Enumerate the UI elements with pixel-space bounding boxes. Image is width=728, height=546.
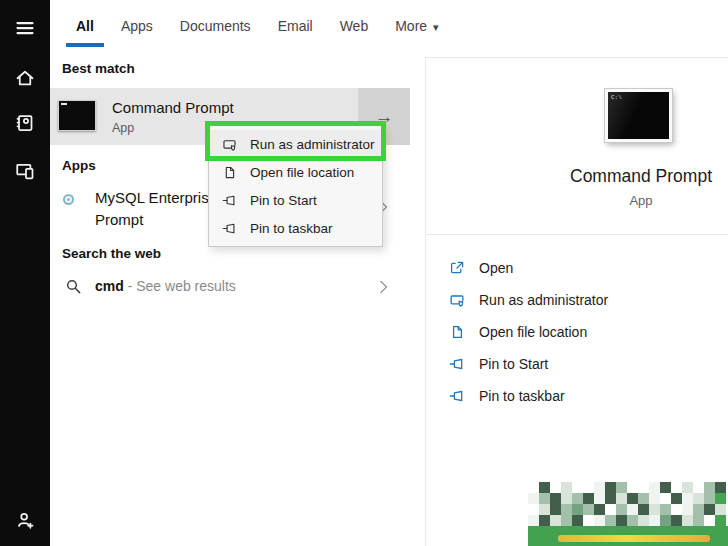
watermark-band [528,526,728,546]
tab-web[interactable]: Web [340,18,369,55]
web-search-label: cmd - See web results [95,278,236,294]
pixelated-watermark [528,482,728,546]
pin-icon [222,221,237,236]
menu-item-label: Open file location [250,165,354,180]
action-open-file-location[interactable]: Open file location [449,316,587,348]
web-suffix: - See web results [128,278,236,294]
action-pin-to-start[interactable]: Pin to Start [449,348,548,380]
menu-item-label: Run as administrator [250,137,375,152]
action-pin-to-taskbar[interactable]: Pin to taskbar [449,380,565,412]
file-location-icon [222,165,237,180]
prompt-glyph: C:\ [611,94,622,101]
hamburger-menu-icon[interactable] [15,18,35,38]
journal-icon[interactable] [15,113,35,133]
tab-documents[interactable]: Documents [180,18,251,55]
context-menu: Run as administrator Open file location … [208,125,383,247]
preview-app-title: Command Prompt [426,166,728,187]
action-run-as-administrator[interactable]: Run as administrator [449,284,608,316]
menu-item-open-file-location[interactable]: Open file location [209,158,382,186]
home-icon[interactable] [15,68,35,88]
command-prompt-icon [58,100,96,131]
action-label: Run as administrator [479,292,608,308]
preview-app-type: App [426,193,728,208]
mysql-label-line2: Prompt [95,211,143,228]
web-query: cmd [95,278,124,294]
menu-item-run-as-administrator[interactable]: Run as administrator [209,130,382,158]
chevron-right-icon[interactable] [378,279,390,295]
preview-panel: C:\ Command Prompt App Open Run as admin… [425,57,728,546]
action-label: Pin to Start [479,356,548,372]
pin-icon [449,388,465,404]
web-section-header: Search the web [62,246,161,261]
result-row-web-search[interactable]: cmd - See web results [50,274,410,304]
tab-all[interactable]: All [76,18,94,55]
menu-item-pin-to-start[interactable]: Pin to Start [209,186,382,214]
best-match-title: Command Prompt [112,99,234,116]
search-icon [65,278,82,295]
mysql-app-icon [63,194,74,205]
action-label: Open [479,260,513,276]
tab-more-label: More [395,18,427,34]
menu-item-label: Pin to taskbar [250,221,333,236]
account-add-icon[interactable] [15,510,35,530]
sidebar [0,0,50,546]
tab-email[interactable]: Email [278,18,313,55]
apps-section-header: Apps [62,158,96,173]
menu-item-pin-to-taskbar[interactable]: Pin to taskbar [209,214,382,242]
run-as-admin-icon [449,292,465,308]
search-filter-tabs: All Apps Documents Email Web More▾ [50,0,728,55]
tab-more[interactable]: More▾ [395,18,438,55]
best-match-type: App [112,121,134,135]
chevron-down-icon: ▾ [433,21,439,33]
best-match-header: Best match [62,61,135,76]
windows-search-flyout: All Apps Documents Email Web More▾ Best … [0,0,728,546]
watermark-mosaic [528,482,726,526]
pin-icon [222,193,237,208]
action-label: Open file location [479,324,587,340]
divider [426,234,728,235]
tab-apps[interactable]: Apps [121,18,153,55]
watermark-stripe [558,535,710,542]
open-icon [449,260,465,276]
pin-icon [449,356,465,372]
command-prompt-icon-large: C:\ [605,89,672,142]
action-label: Pin to taskbar [479,388,565,404]
devices-icon[interactable] [15,161,35,181]
action-open[interactable]: Open [449,252,513,284]
menu-item-label: Pin to Start [250,193,317,208]
run-as-admin-icon [222,137,237,152]
file-location-icon [449,324,465,340]
